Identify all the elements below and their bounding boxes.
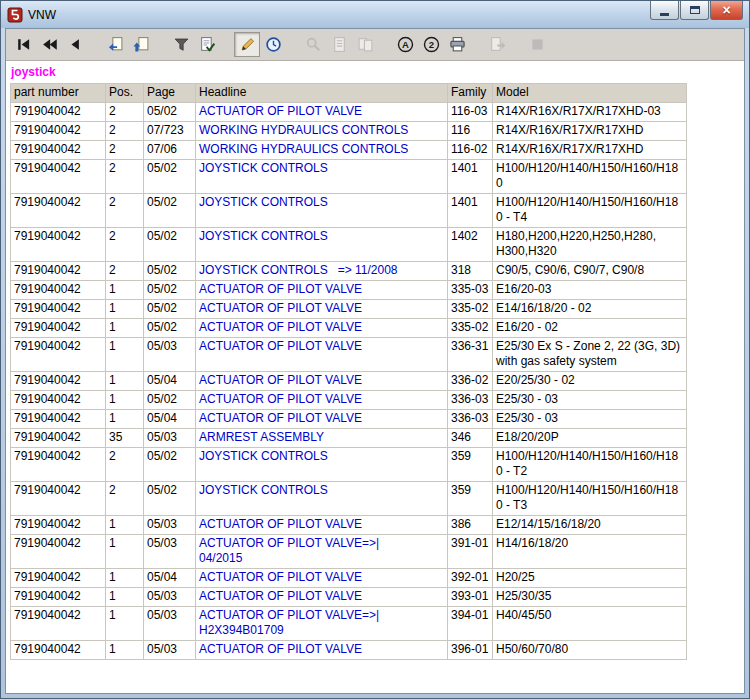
cell-part-number: 7919040042	[11, 300, 106, 319]
app-window: VNW × A2 joystick p	[0, 0, 750, 699]
cell-family: 116-02	[448, 141, 493, 160]
cell-headline-link[interactable]: JOYSTICK CONTROLS	[196, 448, 448, 482]
cell-headline-link[interactable]: ACTUATOR OF PILOT VALVE	[196, 569, 448, 588]
cell-headline-link[interactable]: WORKING HYDRAULICS CONTROLS	[196, 122, 448, 141]
cell-page: 05/04	[144, 569, 196, 588]
col-header-headline[interactable]: Headline	[196, 84, 448, 103]
results-table-body: 7919040042 2 05/02 ACTUATOR OF PILOT VAL…	[11, 103, 687, 660]
cell-headline-link[interactable]: ARMREST ASSEMBLY	[196, 429, 448, 448]
close-icon: ×	[722, 3, 730, 17]
cell-headline-link[interactable]: WORKING HYDRAULICS CONTROLS	[196, 141, 448, 160]
toolbar-separator	[286, 44, 300, 45]
cell-headline-link[interactable]: ACTUATOR OF PILOT VALVE	[196, 588, 448, 607]
cell-part-number: 7919040042	[11, 103, 106, 122]
close-button[interactable]: ×	[710, 1, 743, 20]
cell-headline-link[interactable]: ACTUATOR OF PILOT VALVE	[196, 103, 448, 122]
print-button[interactable]	[444, 32, 470, 57]
cell-model: H100/H120/H140/H150/H160/H180	[493, 160, 687, 194]
svg-text:2: 2	[428, 39, 433, 50]
cell-pos: 1	[106, 319, 144, 338]
history-button[interactable]	[260, 32, 286, 57]
cell-page: 07/723	[144, 122, 196, 141]
cell-part-number: 7919040042	[11, 281, 106, 300]
circle-a-button[interactable]: A	[392, 32, 418, 57]
cell-page: 05/03	[144, 641, 196, 660]
table-row: 7919040042 2 05/02 JOYSTICK CONTROLS => …	[11, 262, 687, 281]
col-header-page[interactable]: Page	[144, 84, 196, 103]
cell-part-number: 7919040042	[11, 588, 106, 607]
cell-headline-link[interactable]: ACTUATOR OF PILOT VALVE	[196, 300, 448, 319]
checklist-button[interactable]	[194, 32, 220, 57]
table-row: 7919040042 2 05/02 JOYSTICK CONTROLS 359…	[11, 448, 687, 482]
col-header-model[interactable]: Model	[493, 84, 687, 103]
goto-first-button[interactable]	[10, 32, 36, 57]
cell-headline-link[interactable]: ACTUATOR OF PILOT VALVE	[196, 372, 448, 391]
cell-part-number: 7919040042	[11, 641, 106, 660]
cell-pos: 1	[106, 372, 144, 391]
cell-headline-link[interactable]: ACTUATOR OF PILOT VALVE	[196, 516, 448, 535]
annotate-button[interactable]	[234, 32, 260, 57]
cell-family: 116	[448, 122, 493, 141]
magnifier-icon	[305, 36, 322, 53]
table-header-row: part number Pos. Page Headline Family Mo…	[11, 84, 687, 103]
cell-model: R14X/R16X/R17X/R17XHD	[493, 141, 687, 160]
cell-headline-link[interactable]: JOYSTICK CONTROLS	[196, 160, 448, 194]
cell-headline-link[interactable]: ACTUATOR OF PILOT VALVE=>| 04/2015	[196, 535, 448, 569]
page-view-button	[326, 32, 352, 57]
maximize-icon	[690, 6, 700, 14]
cell-model: H50/60/70/80	[493, 641, 687, 660]
cell-page: 05/02	[144, 391, 196, 410]
cell-headline-link[interactable]: ACTUATOR OF PILOT VALVE=>| H2X394B01709	[196, 607, 448, 641]
maximize-button[interactable]	[680, 1, 709, 20]
cell-headline-link[interactable]: ACTUATOR OF PILOT VALVE	[196, 410, 448, 429]
page-arrow-up-icon	[133, 36, 150, 53]
cell-headline-link[interactable]: JOYSTICK CONTROLS => 11/2008	[196, 262, 448, 281]
titlebar[interactable]: VNW ×	[1, 1, 749, 28]
cell-page: 05/03	[144, 338, 196, 372]
page-arrow-left-icon	[107, 36, 124, 53]
cell-pos: 1	[106, 588, 144, 607]
two-page-view-button	[352, 32, 378, 57]
cell-page: 05/02	[144, 448, 196, 482]
content-area: joystick part number Pos. Page Headline …	[6, 61, 744, 693]
export-button	[484, 32, 510, 57]
filter-button[interactable]	[168, 32, 194, 57]
cell-page: 05/02	[144, 228, 196, 262]
cell-page: 05/03	[144, 607, 196, 641]
cell-headline-link[interactable]: ACTUATOR OF PILOT VALVE	[196, 319, 448, 338]
cell-part-number: 7919040042	[11, 410, 106, 429]
client-area: A2 joystick part number Pos. Page Headli…	[5, 28, 745, 694]
cell-pos: 1	[106, 569, 144, 588]
cell-page: 07/06	[144, 141, 196, 160]
cell-headline-link[interactable]: JOYSTICK CONTROLS	[196, 482, 448, 516]
cell-headline-link[interactable]: ACTUATOR OF PILOT VALVE	[196, 641, 448, 660]
col-header-pos[interactable]: Pos.	[106, 84, 144, 103]
circle-2-icon: 2	[423, 36, 440, 53]
previous-fast-button[interactable]	[36, 32, 62, 57]
cell-headline-link[interactable]: ACTUATOR OF PILOT VALVE	[196, 281, 448, 300]
previous-button[interactable]	[62, 32, 88, 57]
search-term-label: joystick	[11, 65, 744, 79]
cell-family: 336-03	[448, 410, 493, 429]
cell-model: H180,H200,H220,H250,H280, H300,H320	[493, 228, 687, 262]
previous-fast-icon	[41, 36, 58, 53]
cell-headline-link[interactable]: JOYSTICK CONTROLS	[196, 194, 448, 228]
col-header-part-number[interactable]: part number	[11, 84, 106, 103]
col-header-family[interactable]: Family	[448, 84, 493, 103]
cell-model: C90/5, C90/6, C90/7, C90/8	[493, 262, 687, 281]
cell-page: 05/02	[144, 194, 196, 228]
goto-figure-button[interactable]	[102, 32, 128, 57]
cell-part-number: 7919040042	[11, 319, 106, 338]
cell-headline-link[interactable]: ACTUATOR OF PILOT VALVE	[196, 391, 448, 410]
cell-part-number: 7919040042	[11, 391, 106, 410]
cell-pos: 1	[106, 535, 144, 569]
cell-part-number: 7919040042	[11, 448, 106, 482]
goto-parent-list-button[interactable]	[128, 32, 154, 57]
minimize-button[interactable]	[650, 1, 679, 20]
cell-headline-link[interactable]: ACTUATOR OF PILOT VALVE	[196, 338, 448, 372]
toolbar-separator	[378, 44, 392, 45]
cell-headline-link[interactable]: JOYSTICK CONTROLS	[196, 228, 448, 262]
cell-family: 336-03	[448, 391, 493, 410]
cell-pos: 2	[106, 228, 144, 262]
circle-2-button[interactable]: 2	[418, 32, 444, 57]
